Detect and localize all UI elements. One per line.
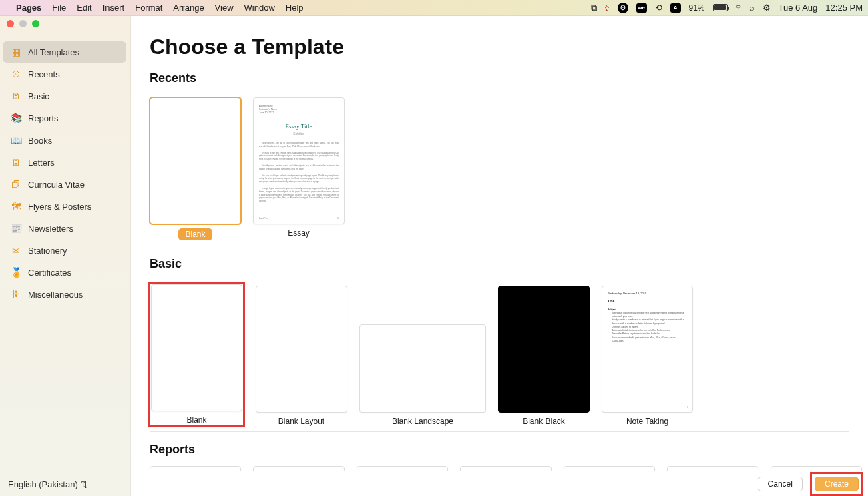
cv-icon: 🗇	[11, 179, 21, 190]
sidebar: ▦ All Templates ⏲ Recents 🗎 Basic 📚 Repo…	[0, 16, 131, 496]
reports-icon: 📚	[11, 113, 21, 123]
time-machine-icon[interactable]: ⟲	[655, 3, 662, 13]
menu-file[interactable]: File	[52, 3, 66, 13]
section-divider	[150, 246, 849, 246]
sidebar-item-letters[interactable]: 🗏 Letters	[3, 152, 126, 173]
books-icon: 📖	[11, 135, 21, 146]
sidebar-item-cv[interactable]: 🗇 Curricula Vitae	[3, 174, 126, 195]
template-thumbnail	[151, 284, 242, 411]
battery-percent: 91%	[689, 3, 705, 13]
menu-help[interactable]: Help	[286, 3, 304, 13]
recents-icon: ⏲	[11, 69, 21, 79]
sidebar-item-certificates[interactable]: 🏅 Certificates	[3, 262, 126, 283]
template-chooser-window: ▦ All Templates ⏲ Recents 🗎 Basic 📚 Repo…	[0, 16, 868, 496]
sidebar-item-all-templates[interactable]: ▦ All Templates	[3, 41, 126, 63]
template-tile-basic-blank-layout[interactable]: Blank Layout	[256, 286, 347, 426]
template-thumbnail: Author Name Instructor's Name June 10, 2…	[253, 97, 345, 224]
sidebar-item-label: Reports	[28, 113, 59, 123]
template-tile-report-1[interactable]	[150, 466, 241, 471]
menu-format[interactable]: Format	[135, 3, 162, 13]
keyboard-input-icon[interactable]: A	[670, 3, 681, 13]
template-tile-basic-note-taking[interactable]: Wednesday, December 18, 2019 Title Subje…	[602, 286, 693, 426]
section-divider	[150, 431, 849, 432]
sidebar-item-label: Newsletters	[28, 224, 73, 234]
misc-icon: 🗄	[11, 289, 21, 300]
cancel-button[interactable]: Cancel	[758, 477, 803, 491]
template-thumbnail: Wednesday, December 18, 2019 Title Subje…	[602, 286, 693, 413]
sidebar-item-label: Flyers & Posters	[28, 202, 91, 212]
template-thumbnail	[359, 324, 486, 413]
section-heading-reports: Reports	[150, 443, 849, 457]
template-thumbnail	[256, 286, 347, 413]
sidebar-item-label: Curricula Vitae	[28, 180, 85, 190]
template-thumbnail	[150, 97, 241, 224]
sidebar-item-newsletters[interactable]: 📰 Newsletters	[3, 218, 126, 239]
template-tile-recent-blank[interactable]: Blank	[150, 97, 241, 240]
updown-icon: ⇅	[81, 479, 88, 489]
template-thumbnail	[498, 286, 590, 413]
essay-meta: Author Name Instructor's Name June 10, 2…	[259, 105, 339, 115]
menubar: Pages File Edit Insert Format Arrange Vi…	[0, 0, 868, 16]
letters-icon: 🗏	[11, 157, 21, 168]
sidebar-item-basic[interactable]: 🗎 Basic	[3, 85, 126, 107]
menubar-date[interactable]: Tue 6 Aug	[779, 3, 818, 13]
sidebar-item-stationery[interactable]: ✉ Stationery	[3, 240, 126, 261]
menu-view[interactable]: View	[215, 3, 234, 13]
template-tile-report-4[interactable]	[460, 466, 552, 471]
template-scroller[interactable]: Choose a Template Recents Blank Author N…	[131, 16, 868, 471]
status-app-icon-3[interactable]: we	[636, 3, 647, 13]
app-menu[interactable]: Pages	[16, 3, 41, 13]
stage-manager-icon[interactable]: ⧉	[591, 3, 597, 13]
sidebar-item-reports[interactable]: 📚 Reports	[3, 107, 126, 129]
sidebar-item-misc[interactable]: 🗄 Miscellaneous	[3, 284, 126, 305]
language-label: English (Pakistan)	[8, 479, 78, 489]
sidebar-item-label: Books	[28, 136, 52, 146]
menu-insert[interactable]: Insert	[103, 3, 125, 13]
status-app-icon-2[interactable]: ʘ	[618, 3, 628, 13]
main-content: Choose a Template Recents Blank Author N…	[131, 16, 868, 496]
menu-arrange[interactable]: Arrange	[173, 3, 204, 13]
window-close-button[interactable]	[7, 20, 14, 27]
control-center-icon[interactable]: ⚙	[763, 3, 771, 13]
status-app-icon-1[interactable]: ⧰	[605, 3, 610, 13]
template-caption: Blank Layout	[278, 417, 324, 426]
essay-subtitle: Subtitle	[259, 131, 339, 136]
template-tile-recent-essay[interactable]: Author Name Instructor's Name June 10, 2…	[253, 97, 345, 240]
sidebar-item-label: Letters	[28, 158, 55, 168]
template-tile-basic-blank-black[interactable]: Blank Black	[498, 286, 590, 426]
template-tile-basic-blank[interactable]: Blank	[150, 283, 244, 426]
sidebar-item-label: Certificates	[28, 268, 71, 278]
template-caption: Blank Black	[523, 417, 565, 426]
sidebar-item-label: Basic	[28, 91, 49, 101]
window-minimize-button[interactable]	[19, 20, 27, 27]
spotlight-icon[interactable]: ⌕	[749, 3, 754, 13]
footer: Cancel Create	[131, 471, 868, 496]
all-templates-icon: ▦	[11, 47, 21, 57]
window-zoom-button[interactable]	[32, 20, 39, 27]
newsletters-icon: 📰	[11, 223, 21, 234]
battery-icon[interactable]	[713, 4, 728, 11]
sidebar-item-books[interactable]: 📖 Books	[3, 130, 126, 151]
template-caption: Blank Landscape	[392, 417, 453, 426]
language-selector[interactable]: English (Pakistan) ⇅	[0, 473, 130, 496]
sidebar-item-flyers[interactable]: 🗺 Flyers & Posters	[3, 196, 126, 217]
template-tile-basic-blank-landscape[interactable]: Blank Landscape	[359, 324, 486, 426]
menu-window[interactable]: Window	[244, 3, 275, 13]
template-tile-report-6[interactable]	[667, 466, 758, 471]
certificates-icon: 🏅	[11, 267, 21, 278]
template-caption: Note Taking	[626, 417, 668, 426]
sidebar-item-label: Stationery	[28, 246, 67, 256]
template-tile-report-2[interactable]	[253, 466, 345, 471]
wifi-icon[interactable]: ⌔	[736, 3, 741, 13]
section-heading-recents: Recents	[150, 71, 849, 85]
create-button[interactable]: Create	[815, 477, 859, 491]
flyers-icon: 🗺	[11, 201, 21, 212]
sidebar-item-label: Miscellaneous	[28, 290, 83, 300]
sidebar-item-recents[interactable]: ⏲ Recents	[3, 63, 126, 85]
template-tile-report-3[interactable]	[357, 466, 448, 471]
menubar-time[interactable]: 12:25 PM	[825, 3, 863, 13]
template-caption: Essay	[288, 228, 310, 238]
template-tile-report-5[interactable]	[564, 466, 655, 471]
template-tile-report-7[interactable]	[771, 466, 862, 471]
menu-edit[interactable]: Edit	[77, 3, 91, 13]
